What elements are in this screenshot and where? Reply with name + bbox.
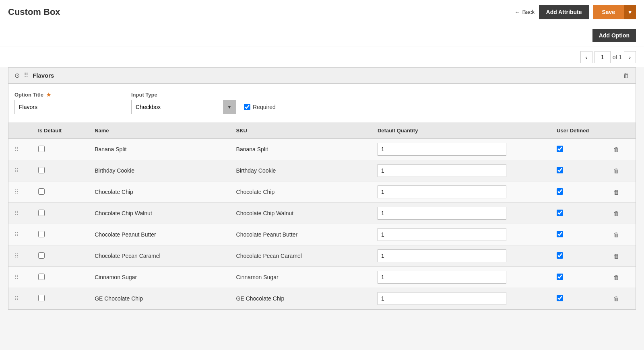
row-sku-cell: Banana Split (230, 139, 372, 160)
row-user-defined-checkbox[interactable] (557, 274, 563, 280)
row-name-cell: Banana Split (89, 139, 230, 160)
row-qty-input[interactable] (378, 143, 506, 156)
row-default-checkbox[interactable] (38, 146, 45, 152)
row-delete-cell: 🗑 (607, 245, 636, 267)
page-title: Custom Box (8, 7, 60, 17)
row-default-checkbox[interactable] (38, 188, 45, 195)
row-user-defined-checkbox[interactable] (557, 252, 563, 259)
page-number-input[interactable] (594, 51, 611, 63)
row-default-checkbox[interactable] (38, 295, 45, 301)
row-drag-cell: ⠿ (8, 160, 32, 181)
row-qty-input[interactable] (378, 292, 506, 305)
row-default-cell (32, 288, 89, 309)
save-dropdown-button[interactable]: ▼ (624, 5, 636, 19)
row-name: Banana Split (95, 146, 126, 152)
row-user-defined-checkbox[interactable] (557, 231, 563, 237)
row-delete-button[interactable]: 🗑 (613, 210, 619, 217)
row-qty-input[interactable] (378, 185, 506, 198)
row-name: GE Chocolate Chip (95, 295, 143, 302)
row-drag-cell: ⠿ (8, 203, 32, 224)
col-drag-header (8, 123, 32, 139)
row-user-defined-checkbox[interactable] (557, 188, 563, 195)
row-qty-input[interactable] (378, 228, 506, 241)
row-qty-cell (372, 160, 551, 181)
row-sku-cell: GE Chocolate Chip (230, 288, 372, 309)
row-qty-input[interactable] (378, 207, 506, 220)
col-default-header: Is Default (32, 123, 89, 139)
row-delete-cell: 🗑 (607, 160, 636, 181)
row-qty-input[interactable] (378, 164, 506, 177)
col-delete-header (607, 123, 636, 139)
table-row: ⠿ Cinnamon Sugar Cinnamon Sugar 🗑 (8, 267, 636, 288)
row-user-defined-checkbox[interactable] (557, 167, 563, 173)
table-row: ⠿ Banana Split Banana Split 🗑 (8, 139, 636, 160)
row-sku: Birthday Cookie (236, 167, 276, 174)
top-header: Custom Box ← Back Add Attribute Save ▼ (0, 0, 644, 24)
row-default-checkbox[interactable] (38, 167, 45, 173)
row-name-cell: GE Chocolate Chip (89, 288, 230, 309)
col-sku-header: SKU (230, 123, 372, 139)
row-user-defined-checkbox[interactable] (557, 146, 563, 152)
option-form: Option Title ★ Input Type Checkbox Radio… (8, 84, 636, 123)
row-drag-icon[interactable]: ⠿ (14, 189, 19, 195)
option-block: ⊙ ⠿ Flavors 🗑 Option Title ★ Input Type (8, 67, 636, 310)
add-attribute-button[interactable]: Add Attribute (539, 5, 589, 19)
row-user-defined-checkbox[interactable] (557, 210, 563, 216)
row-user-cell (551, 203, 607, 224)
row-drag-icon[interactable]: ⠿ (14, 231, 19, 238)
row-sku-cell: Chocolate Pecan Caramel (230, 245, 372, 267)
table-row: ⠿ Chocolate Pecan Caramel Chocolate Peca… (8, 245, 636, 267)
prev-page-button[interactable]: ‹ (580, 51, 592, 63)
main-content: ⊙ ⠿ Flavors 🗑 Option Title ★ Input Type (0, 67, 644, 318)
row-default-cell (32, 267, 89, 288)
row-delete-button[interactable]: 🗑 (613, 295, 619, 302)
required-checkbox[interactable] (244, 104, 250, 110)
row-name: Chocolate Chip Walnut (95, 210, 152, 216)
row-name-cell: Chocolate Pecan Caramel (89, 245, 230, 267)
row-qty-cell (372, 139, 551, 160)
option-block-title: Flavors (33, 72, 54, 79)
row-drag-icon[interactable]: ⠿ (14, 210, 19, 216)
row-drag-icon[interactable]: ⠿ (14, 146, 19, 152)
row-drag-icon[interactable]: ⠿ (14, 295, 19, 302)
items-table: Is Default Name SKU Default Quantity Use… (8, 123, 636, 309)
row-default-checkbox[interactable] (38, 210, 45, 216)
row-sku-cell: Chocolate Chip Walnut (230, 203, 372, 224)
row-default-checkbox[interactable] (38, 274, 45, 280)
row-drag-icon[interactable]: ⠿ (14, 274, 19, 280)
row-user-cell (551, 181, 607, 203)
row-default-checkbox[interactable] (38, 231, 45, 237)
row-delete-button[interactable]: 🗑 (613, 231, 619, 238)
row-user-defined-checkbox[interactable] (557, 295, 563, 301)
col-name-header: Name (89, 123, 230, 139)
row-user-cell (551, 267, 607, 288)
collapse-icon[interactable]: ⊙ (14, 72, 20, 79)
row-user-cell (551, 288, 607, 309)
save-button[interactable]: Save (593, 5, 624, 19)
row-delete-button[interactable]: 🗑 (613, 274, 619, 281)
row-drag-icon[interactable]: ⠿ (14, 167, 19, 174)
back-link[interactable]: ← Back (514, 9, 535, 15)
row-default-checkbox[interactable] (38, 252, 45, 259)
row-delete-button[interactable]: 🗑 (613, 146, 619, 153)
option-title-label: Option Title ★ (14, 92, 123, 98)
drag-handle-icon[interactable]: ⠿ (24, 72, 29, 79)
next-page-button[interactable]: › (624, 51, 636, 63)
row-delete-cell: 🗑 (607, 203, 636, 224)
table-header: Is Default Name SKU Default Quantity Use… (8, 123, 636, 139)
row-delete-button[interactable]: 🗑 (613, 167, 619, 174)
row-qty-input[interactable] (378, 249, 506, 262)
row-name-cell: Cinnamon Sugar (89, 267, 230, 288)
required-group: Required (244, 100, 276, 114)
option-block-delete-button[interactable]: 🗑 (623, 72, 630, 79)
input-type-select[interactable]: Checkbox Radio Drop-down Text Field Text… (131, 100, 236, 114)
row-drag-icon[interactable]: ⠿ (14, 253, 19, 259)
row-delete-cell: 🗑 (607, 267, 636, 288)
option-title-input[interactable] (14, 100, 123, 114)
row-delete-button[interactable]: 🗑 (613, 253, 619, 259)
add-option-button[interactable]: Add Option (592, 29, 636, 42)
table-header-row: Is Default Name SKU Default Quantity Use… (8, 123, 636, 139)
row-qty-input[interactable] (378, 271, 506, 284)
row-drag-cell: ⠿ (8, 267, 32, 288)
row-delete-button[interactable]: 🗑 (613, 189, 619, 196)
